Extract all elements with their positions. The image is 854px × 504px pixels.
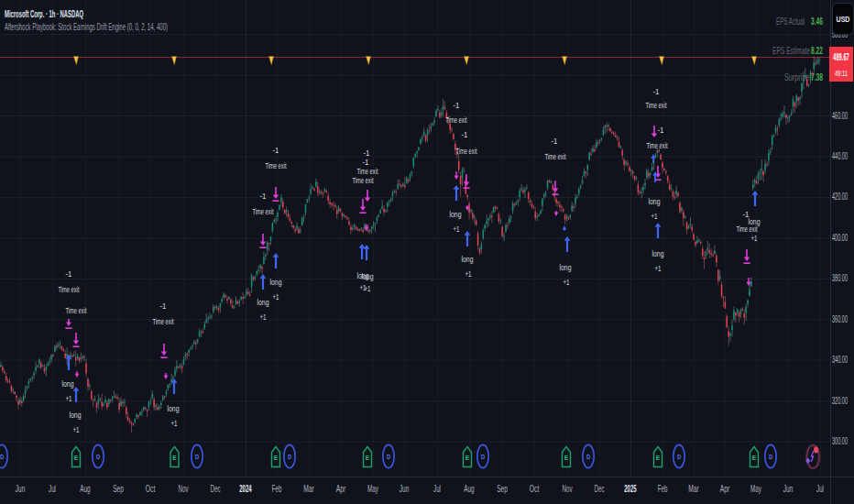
svg-text:+1: +1	[73, 424, 80, 434]
svg-text:Dec: Dec	[595, 484, 605, 494]
svg-text:E: E	[74, 454, 79, 462]
svg-text:460.00: 460.00	[832, 111, 848, 121]
svg-text:Dec: Dec	[211, 484, 221, 494]
svg-text:380.00: 380.00	[832, 273, 848, 283]
svg-text:+1: +1	[655, 263, 662, 273]
svg-text:+1: +1	[651, 211, 658, 221]
svg-text:May: May	[750, 484, 761, 494]
svg-text:Jul: Jul	[816, 484, 824, 494]
svg-text:Time exit: Time exit	[545, 151, 566, 161]
svg-text:Time exit: Time exit	[253, 206, 274, 216]
svg-text:+1: +1	[564, 277, 570, 287]
svg-text:Feb: Feb	[658, 484, 668, 494]
svg-text:Time exit: Time exit	[266, 160, 287, 170]
svg-text:EPS Estimate: EPS Estimate	[772, 46, 810, 56]
svg-text:E: E	[274, 454, 279, 462]
svg-text:Aug: Aug	[80, 484, 90, 494]
svg-text:Jul: Jul	[49, 484, 56, 494]
svg-text:Sep: Sep	[113, 484, 124, 494]
svg-text:Time exit: Time exit	[153, 316, 174, 326]
svg-text:400.00: 400.00	[832, 233, 848, 243]
svg-text:D: D	[387, 454, 390, 460]
svg-text:Feb: Feb	[272, 484, 282, 494]
svg-text:320.00: 320.00	[832, 396, 848, 406]
svg-text:Jun: Jun	[783, 484, 794, 494]
svg-text:Mar: Mar	[303, 484, 314, 494]
svg-text:E: E	[366, 454, 370, 462]
svg-text:-1: -1	[658, 125, 664, 135]
svg-text:E: E	[172, 454, 177, 462]
svg-text:+1: +1	[273, 291, 279, 301]
svg-text:-1: -1	[653, 86, 660, 96]
svg-text:+1: +1	[171, 418, 178, 428]
svg-text:D: D	[586, 454, 590, 460]
svg-text:long: long	[270, 277, 282, 287]
svg-text:-1: -1	[462, 129, 468, 139]
svg-text:2024: 2024	[239, 484, 252, 494]
svg-text:long: long	[168, 403, 180, 413]
svg-text:D: D	[195, 454, 199, 460]
svg-text:440.00: 440.00	[832, 151, 848, 161]
svg-text:Oct: Oct	[530, 484, 540, 494]
svg-text:-1: -1	[160, 301, 167, 311]
svg-text:Time exit: Time exit	[353, 175, 374, 185]
svg-text:Oct: Oct	[146, 484, 156, 494]
svg-text:489.67: 489.67	[833, 52, 849, 62]
svg-text:USD: USD	[837, 15, 850, 24]
svg-text:Time exit: Time exit	[446, 115, 467, 125]
svg-text:-1: -1	[260, 191, 267, 201]
svg-text:2025: 2025	[624, 484, 637, 494]
svg-text:long: long	[450, 209, 462, 219]
svg-text:300.00: 300.00	[832, 436, 848, 446]
svg-text:340.00: 340.00	[832, 355, 848, 365]
svg-text:Time exit: Time exit	[59, 284, 80, 294]
svg-text:Time exit: Time exit	[647, 140, 668, 150]
svg-text:Microsoft Corp. · 1h · NASDAQ: Microsoft Corp. · 1h · NASDAQ	[5, 9, 83, 19]
svg-text:D: D	[288, 454, 291, 460]
svg-text:E: E	[752, 454, 757, 462]
svg-text:Jun: Jun	[400, 484, 410, 494]
svg-text:Apr: Apr	[720, 484, 730, 494]
svg-text:+1: +1	[454, 224, 460, 234]
svg-text:long: long	[462, 254, 474, 264]
svg-text:May: May	[367, 484, 378, 494]
svg-text:Time exit: Time exit	[66, 305, 87, 315]
svg-text:D: D	[769, 454, 772, 460]
svg-text:+1: +1	[260, 312, 267, 322]
svg-text:Time exit: Time exit	[646, 100, 667, 110]
svg-text:3.46: 3.46	[811, 16, 823, 27]
svg-text:Apr: Apr	[336, 484, 346, 494]
svg-text:+1: +1	[365, 283, 371, 293]
svg-text:Aug: Aug	[464, 484, 474, 494]
svg-text:long: long	[652, 248, 664, 258]
svg-text:E: E	[656, 454, 661, 462]
svg-text:Jun: Jun	[16, 484, 26, 494]
svg-text:+1: +1	[751, 233, 758, 243]
svg-text:-1: -1	[552, 136, 558, 146]
svg-text:D: D	[481, 454, 485, 460]
svg-text:-1: -1	[273, 145, 279, 155]
svg-text:long: long	[257, 297, 269, 307]
svg-text:+1: +1	[66, 393, 72, 403]
svg-text:D: D	[677, 454, 681, 460]
svg-text:-1: -1	[454, 100, 460, 110]
svg-text:E: E	[564, 454, 569, 462]
svg-text:long: long	[70, 410, 82, 420]
svg-text:E: E	[465, 454, 470, 462]
svg-text:EPS Actual: EPS Actual	[776, 16, 805, 27]
svg-text:long: long	[649, 196, 661, 206]
svg-text:49:11: 49:11	[835, 68, 848, 78]
svg-text:D: D	[96, 454, 100, 460]
svg-text:420.00: 420.00	[832, 192, 848, 202]
svg-text:D: D	[0, 454, 4, 460]
svg-text:long: long	[62, 378, 74, 389]
svg-text:-1: -1	[66, 268, 72, 279]
svg-text:+1: +1	[465, 268, 472, 279]
svg-text:360.00: 360.00	[832, 314, 848, 324]
svg-text:long: long	[560, 262, 572, 272]
svg-text:Jul: Jul	[433, 484, 441, 494]
svg-text:Nov: Nov	[563, 484, 573, 494]
svg-text:Time exit: Time exit	[456, 146, 477, 156]
svg-text:long: long	[362, 271, 374, 281]
svg-text:Mar: Mar	[688, 484, 699, 494]
